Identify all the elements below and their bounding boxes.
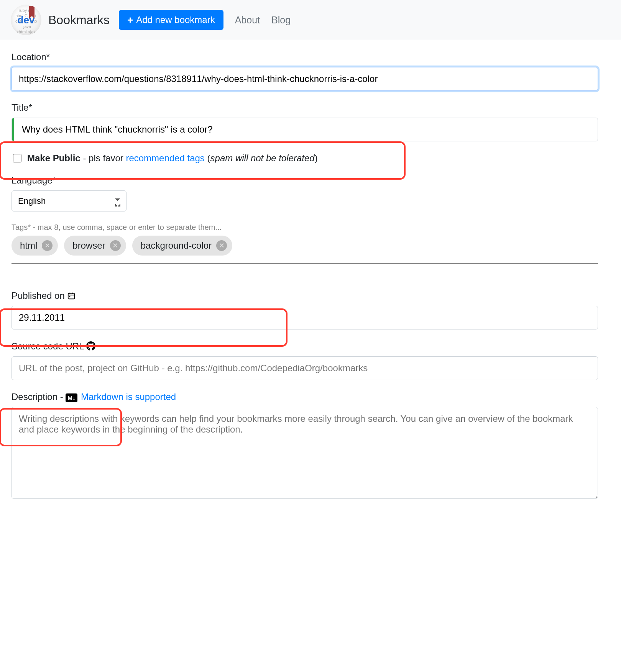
brand-title[interactable]: Bookmarks <box>48 13 110 27</box>
tag-label: browser <box>72 240 105 251</box>
calendar-icon <box>67 290 76 301</box>
make-public-row: Make Public - pls favor recommended tags… <box>12 153 598 164</box>
tags-hint: Tags* - max 8, use comma, space or enter… <box>12 223 598 232</box>
navbar: ruby sqlhtml C C++css php javaxhtml ajax… <box>0 0 621 40</box>
remove-tag-icon[interactable]: ✕ <box>216 240 227 251</box>
markdown-icon: M↓ <box>66 393 77 402</box>
markdown-supported-link[interactable]: Markdown is supported <box>81 392 176 402</box>
add-bookmark-button[interactable]: + Add new bookmark <box>119 10 223 30</box>
tag-label: background-color <box>141 240 212 251</box>
logo-text: dev <box>18 14 35 26</box>
title-label: Title* <box>12 102 598 113</box>
nav-blog[interactable]: Blog <box>271 15 291 26</box>
description-textarea[interactable] <box>12 407 598 499</box>
source-input[interactable] <box>12 356 598 380</box>
svg-rect-4 <box>69 296 71 297</box>
tags-row[interactable]: html ✕ browser ✕ background-color ✕ <box>12 236 598 264</box>
title-input[interactable] <box>12 118 598 141</box>
form-container: Location* Title* Make Public - pls favor… <box>0 40 610 528</box>
app-logo[interactable]: ruby sqlhtml C C++css php javaxhtml ajax… <box>11 5 41 35</box>
tag-chip: browser ✕ <box>64 236 126 256</box>
plus-icon: + <box>127 15 133 25</box>
nav-about[interactable]: About <box>235 15 260 26</box>
location-input[interactable] <box>12 67 598 91</box>
title-group: Title* <box>12 102 598 141</box>
recommended-tags-link[interactable]: recommended tags <box>126 153 204 163</box>
published-label: Published on <box>12 290 598 301</box>
add-bookmark-label: Add new bookmark <box>136 15 215 25</box>
location-label: Location* <box>12 52 598 62</box>
spam-note: spam will not be tolerated <box>210 153 315 163</box>
language-group: Language* English <box>12 175 598 211</box>
valid-indicator <box>12 118 14 141</box>
description-group: Description - M↓ Markdown is supported <box>12 392 598 501</box>
make-public-label: Make Public <box>27 153 80 163</box>
tag-label: html <box>20 240 37 251</box>
published-group: Published on <box>12 290 598 329</box>
language-label: Language* <box>12 175 598 186</box>
github-icon <box>86 341 95 351</box>
make-public-checkbox[interactable] <box>13 154 21 162</box>
source-group: Source code URL <box>12 341 598 380</box>
source-label: Source code URL <box>12 341 598 352</box>
tag-chip: html ✕ <box>12 236 58 256</box>
language-select[interactable]: English <box>12 190 127 211</box>
description-label: Description - M↓ Markdown is supported <box>12 392 598 402</box>
remove-tag-icon[interactable]: ✕ <box>110 240 121 251</box>
published-input[interactable] <box>12 306 598 329</box>
svg-rect-0 <box>68 293 75 299</box>
remove-tag-icon[interactable]: ✕ <box>42 240 53 251</box>
location-group: Location* <box>12 52 598 91</box>
tag-chip: background-color ✕ <box>132 236 232 256</box>
tags-group: Tags* - max 8, use comma, space or enter… <box>12 223 598 264</box>
